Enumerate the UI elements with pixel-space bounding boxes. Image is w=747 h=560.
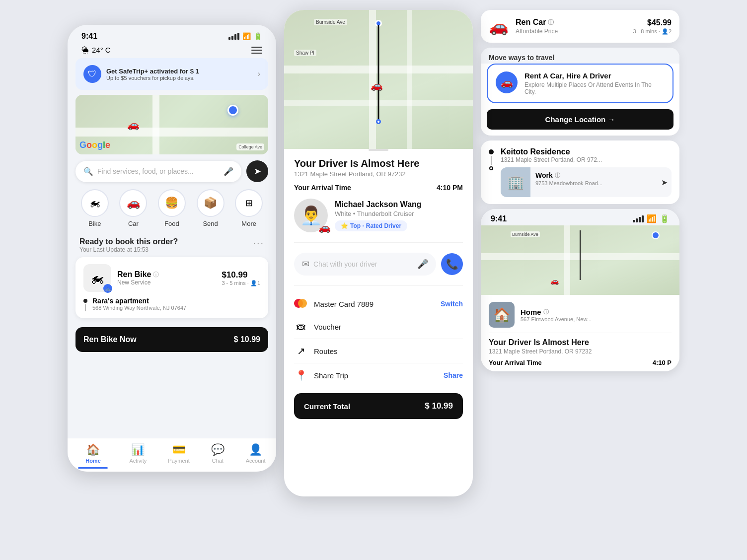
small-arrival-row: Your Arrival Time 4:10 P — [489, 359, 672, 366]
tab-account[interactable]: 👤 Account — [246, 443, 266, 469]
small-status-bar: 9:41 📶 🔋 — [481, 209, 679, 225]
small-status-icons: 📶 🔋 — [633, 214, 670, 223]
ren-car-pricing: $45.99 3 - 8 mins · 👤2 — [633, 18, 672, 35]
payment-routes[interactable]: ↗ Routes — [294, 339, 463, 363]
service-send[interactable]: 📦 Send — [197, 189, 224, 227]
temperature-label: 24° C — [92, 46, 111, 54]
work-info-icon: ⓘ — [555, 172, 560, 179]
home-card-section: 🏠 Home ⓘ 567 Elmwood Avenue, New... Your… — [481, 295, 679, 371]
small-arrival-time: 4:10 P — [653, 359, 672, 366]
service-car[interactable]: 🚗 Car — [119, 189, 147, 227]
more-options-button[interactable]: ··· — [253, 237, 264, 249]
move-ways-card: Move ways to travel 🚗 Rent A Car, Hire A… — [481, 48, 679, 136]
chat-message-icon: ✉ — [302, 259, 309, 270]
arrival-row: Your Arrival Time 4:10 PM — [294, 184, 463, 192]
tab-payment[interactable]: 💳 Payment — [168, 443, 189, 469]
work-place-card[interactable]: 🏢 Work ⓘ 9753 Meadowbrook Road... ➤ — [501, 167, 672, 197]
payment-share-trip[interactable]: 📍 Share Trip Share — [294, 363, 463, 387]
mastercard-label: Master Card 7889 — [314, 300, 435, 308]
small-divider — [489, 333, 672, 333]
location-text: Rara's apartment 568 Winding Way Northva… — [92, 297, 186, 311]
service-more-icon: ⊞ — [235, 189, 263, 217]
small-map: Burnside Ave 🚗 — [481, 225, 679, 295]
small-arrival-label: Your Arrival Time — [489, 359, 542, 366]
services-row: 🏍 Bike 🚗 Car 🍔 Food 📦 Send ⊞ More — [68, 182, 276, 230]
payment-mastercard[interactable]: Master Card 7889 Switch — [294, 293, 463, 315]
booking-pricing: $10.99 3 - 5 mins · 👤1 — [222, 270, 260, 286]
promo-banner[interactable]: 🛡 Get SafeTrip+ activated for $ 1 Up to … — [75, 58, 268, 90]
booking-info: Ren Bike ⓘ New Service — [117, 270, 159, 286]
tab-account-icon: 👤 — [249, 443, 262, 456]
small-signal — [633, 215, 644, 222]
menu-button[interactable] — [251, 47, 262, 54]
service-food[interactable]: 🍔 Food — [158, 189, 186, 227]
service-food-label: Food — [164, 220, 179, 227]
location-dot — [83, 299, 87, 303]
tab-home[interactable]: 🏠 Home — [78, 443, 108, 469]
ren-car-info-icon: ⓘ — [548, 18, 554, 27]
map-street-label1: Burnside Ave — [314, 19, 347, 25]
divider2 — [294, 285, 463, 286]
map-car: 🚗 — [127, 119, 140, 131]
total-amount: $ 10.99 — [425, 401, 453, 411]
navigate-arrow-icon[interactable]: ➤ — [657, 167, 672, 197]
change-location-button[interactable]: Change Location → — [487, 109, 673, 130]
rating-label: Top - Rated Driver — [350, 222, 401, 229]
weather-row: 🌦 24° C — [68, 44, 276, 58]
driver-panel-title: Your Driver Is Almost Here — [294, 158, 463, 169]
map-area-left: Google 🚗 College Ave — [75, 95, 268, 154]
ren-car-price: $45.99 — [633, 18, 672, 27]
call-button[interactable]: 📞 — [441, 253, 463, 275]
panel-handle — [369, 149, 388, 151]
share-button[interactable]: Share — [444, 371, 463, 379]
service-more[interactable]: ⊞ More — [235, 189, 263, 227]
vehicle-icon: 🏍 — [90, 270, 104, 286]
tab-account-label: Account — [246, 458, 266, 464]
tab-chat[interactable]: 💬 Chat — [211, 443, 224, 469]
driver-panel-address: 1321 Maple Street Portland, OR 97232 — [294, 170, 463, 178]
home-card-row: 🏠 Home ⓘ 567 Elmwood Avenue, New... — [489, 302, 672, 328]
promo-subtitle: Up to $5 vouchers for pickup delays. — [106, 75, 253, 81]
chat-input[interactable]: ✉ Chat with your driver 🎤 — [294, 253, 436, 276]
tab-activity[interactable]: 📊 Activity — [129, 443, 147, 469]
ready-text: Ready to book this order? Your Last Upda… — [79, 237, 178, 253]
rent-car-title: Rent A Car, Hire A Driver — [524, 71, 665, 80]
navigation-button[interactable]: ➤ — [246, 160, 268, 182]
map-full-background: 🚗 Burnside Ave Shaw Pl — [284, 10, 473, 149]
vehicle-subtitle: New Service — [117, 279, 159, 286]
promo-text: Get SafeTrip+ activated for $ 1 Up to $5… — [106, 68, 253, 81]
ren-car-name: Ren Car ⓘ — [516, 18, 626, 27]
service-more-label: More — [241, 220, 256, 227]
routes-label: Routes — [314, 347, 463, 355]
service-car-label: Car — [128, 220, 139, 227]
small-wifi-icon: 📶 — [647, 214, 657, 223]
mic-icon[interactable]: 🎤 — [224, 167, 233, 176]
map-pin — [227, 105, 238, 116]
status-time-left: 9:41 — [81, 32, 97, 41]
payment-voucher[interactable]: 🎟 Voucher — [294, 315, 463, 339]
switch-button[interactable]: Switch — [441, 300, 463, 308]
tab-payment-icon: 💳 — [172, 443, 186, 456]
chat-mic-icon[interactable]: 🎤 — [417, 259, 428, 270]
service-bike[interactable]: 🏍 Bike — [81, 189, 109, 227]
rent-car-subtitle: Explore Multiple Places Or Attend Events… — [524, 81, 665, 95]
home-place-image: 🏠 — [489, 302, 515, 328]
location-name: Rara's apartment — [92, 297, 186, 305]
service-car-icon: 🚗 — [119, 189, 147, 217]
move-ways-title: Move ways to travel — [489, 54, 672, 62]
ren-car-inner: 🚗 Ren Car ⓘ Affordable Price $45.99 3 - … — [481, 10, 679, 43]
tab-activity-icon: 📊 — [131, 443, 145, 456]
vehicle-name: Ren Bike — [117, 270, 151, 279]
promo-icon: 🛡 — [83, 65, 101, 83]
search-box[interactable]: 🔍 Find services, food, or places... 🎤 — [75, 161, 241, 182]
book-now-button[interactable]: Ren Bike Now $ 10.99 — [75, 327, 268, 352]
status-bar-left: 9:41 📶 🔋 — [68, 25, 276, 44]
location-line — [85, 304, 86, 311]
wifi-icon: 📶 — [242, 32, 251, 40]
small-phone: 9:41 📶 🔋 Burn — [481, 209, 679, 371]
vehicle-image: 🏍 🚲 — [83, 264, 111, 292]
dest-connector — [491, 156, 492, 165]
ren-car-card: 🚗 Ren Car ⓘ Affordable Price $45.99 3 - … — [481, 10, 679, 43]
home-info: Home ⓘ 567 Elmwood Avenue, New... — [521, 308, 672, 322]
change-location-label: Change Location → — [545, 115, 615, 124]
